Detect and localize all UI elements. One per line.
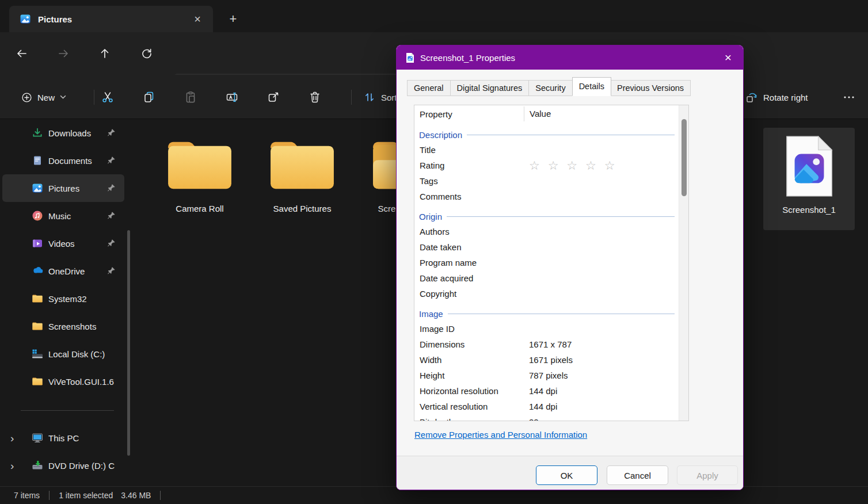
- sidebar-item-label: This PC: [48, 433, 124, 443]
- sidebar-item-pictures[interactable]: Pictures: [2, 174, 124, 202]
- pin-icon: [107, 128, 116, 138]
- remove-properties-link[interactable]: Remove Properties and Personal Informati…: [414, 430, 587, 440]
- ok-button[interactable]: OK: [536, 465, 597, 485]
- trash-icon: [308, 90, 322, 104]
- sidebar-item-this-pc[interactable]: ›This PC: [2, 424, 124, 452]
- copy-button[interactable]: [138, 86, 161, 109]
- toolbar-divider: [351, 90, 352, 105]
- property-row-date-taken: Date taken: [414, 239, 688, 255]
- sidebar-item-music[interactable]: Music: [2, 202, 124, 230]
- sidebar-item-screenshots[interactable]: Screenshots: [2, 312, 124, 340]
- section-header-description: Description: [414, 127, 688, 142]
- share-icon: [267, 90, 280, 104]
- dialog-tab-digital-signatures[interactable]: Digital Signatures: [451, 80, 530, 96]
- cancel-button[interactable]: Cancel: [607, 465, 668, 485]
- dialog-tab-security[interactable]: Security: [529, 80, 572, 96]
- file-item-screenshot-1[interactable]: Screenshot_1: [763, 128, 855, 230]
- section-header-origin: Origin: [414, 209, 688, 224]
- drive-icon: [32, 348, 43, 360]
- rotate-right-button[interactable]: Rotate right: [739, 86, 814, 109]
- property-label: Rating: [414, 161, 524, 170]
- sidebar-item-label: Downloads: [48, 128, 107, 138]
- videos-icon: [32, 238, 43, 249]
- sidebar-item-vivetool-gui-1-6[interactable]: ViVeTool.GUI.1.6: [2, 368, 124, 395]
- sidebar-item-dvd-drive-d-c[interactable]: ›DVD Drive (D:) C: [2, 452, 124, 479]
- dialog-tab-details[interactable]: Details: [572, 77, 611, 96]
- onedrive-icon: [32, 265, 43, 277]
- dialog-close-icon[interactable]: ×: [719, 49, 737, 66]
- this-pc-icon: [32, 432, 43, 444]
- folder-item-camera-roll[interactable]: Camera Roll: [149, 128, 251, 230]
- dialog-tab-previous-versions[interactable]: Previous Versions: [611, 80, 691, 96]
- property-row-dimensions: Dimensions1671 x 787: [414, 337, 688, 352]
- table-header: Property Value: [414, 105, 688, 123]
- property-label: Vertical resolution: [414, 402, 524, 411]
- rating-stars-icon[interactable]: ☆ ☆ ☆ ☆ ☆: [524, 159, 617, 171]
- property-row-vertical-resolution: Vertical resolution144 dpi: [414, 399, 688, 414]
- chevron-right-icon[interactable]: ›: [10, 460, 14, 471]
- properties-table: Property Value DescriptionTitleRating☆ ☆…: [414, 105, 689, 421]
- up-icon: [98, 47, 112, 60]
- up-button[interactable]: [92, 41, 117, 66]
- section-rule: [447, 216, 675, 217]
- table-scrollbar[interactable]: [679, 105, 688, 421]
- folder-item-saved-pictures[interactable]: Saved Pictures: [251, 128, 353, 230]
- pin-icon: [107, 156, 116, 165]
- sidebar-item-label: DVD Drive (D:) C: [48, 461, 124, 471]
- tab-close-icon[interactable]: ×: [189, 10, 206, 28]
- forward-icon: [56, 47, 70, 60]
- table-scrollbar-thumb[interactable]: [682, 119, 687, 196]
- refresh-button[interactable]: [134, 41, 159, 66]
- sidebar-item-documents[interactable]: Documents: [2, 147, 124, 174]
- chevron-down-icon: [60, 95, 66, 100]
- pin-icon: [107, 239, 116, 248]
- chevron-right-icon[interactable]: ›: [10, 433, 14, 444]
- share-button[interactable]: [262, 86, 285, 109]
- sidebar-item-label: System32: [48, 294, 124, 304]
- sidebar-scrollbar[interactable]: [127, 230, 130, 456]
- sidebar-item-onedrive[interactable]: OneDrive: [2, 257, 124, 285]
- more-ellipsis-icon: [842, 90, 856, 104]
- cut-icon: [101, 90, 115, 104]
- explorer-tab-pictures[interactable]: Pictures ×: [9, 6, 213, 32]
- sidebar-item-system32[interactable]: System32: [2, 285, 124, 312]
- dialog-footer: OK Cancel Apply: [397, 456, 743, 490]
- dialog-tab-general[interactable]: General: [407, 80, 451, 96]
- sidebar-item-label: Pictures: [48, 184, 107, 193]
- property-row-date-acquired: Date acquired: [414, 270, 688, 286]
- delete-button[interactable]: [303, 86, 326, 109]
- plus-circle-icon: [21, 91, 33, 104]
- refresh-icon: [140, 47, 154, 60]
- property-value: 1671 x 787: [524, 339, 572, 349]
- property-row-bit-depth: Bit depth32: [414, 414, 688, 421]
- property-label: Comments: [414, 192, 524, 201]
- forward-button[interactable]: [51, 41, 76, 66]
- pin-icon: [107, 266, 116, 276]
- property-label: Horizontal resolution: [414, 386, 524, 396]
- property-row-tags: Tags: [414, 173, 688, 189]
- back-button[interactable]: [9, 41, 35, 66]
- rename-button[interactable]: [220, 86, 243, 109]
- documents-icon: [32, 155, 43, 166]
- paste-button[interactable]: [179, 86, 202, 109]
- selection-summary: 1 item selected: [59, 491, 113, 500]
- cut-button[interactable]: [96, 86, 119, 109]
- apply-button[interactable]: Apply: [677, 465, 738, 485]
- new-tab-button[interactable]: +: [224, 10, 242, 28]
- property-row-image-id: Image ID: [414, 321, 688, 337]
- section-name: Image: [414, 309, 443, 319]
- column-value: Value: [524, 106, 551, 121]
- sidebar-item-videos[interactable]: Videos: [2, 230, 124, 257]
- dialog-titlebar: Screenshot_1 Properties ×: [397, 45, 743, 70]
- dialog-title: Screenshot_1 Properties: [420, 53, 515, 63]
- sidebar-item-downloads[interactable]: Downloads: [2, 119, 124, 147]
- tab-title: Pictures: [38, 14, 189, 24]
- sidebar-item-local-disk-c[interactable]: Local Disk (C:): [2, 340, 124, 368]
- new-button[interactable]: New: [14, 86, 73, 109]
- selection-size: 3.46 MB: [121, 491, 151, 500]
- pictures-icon: [32, 182, 43, 194]
- rotate-right-icon: [745, 90, 759, 104]
- see-more-button[interactable]: [837, 86, 861, 109]
- sidebar-divider: [21, 410, 114, 411]
- new-button-label: New: [37, 93, 55, 102]
